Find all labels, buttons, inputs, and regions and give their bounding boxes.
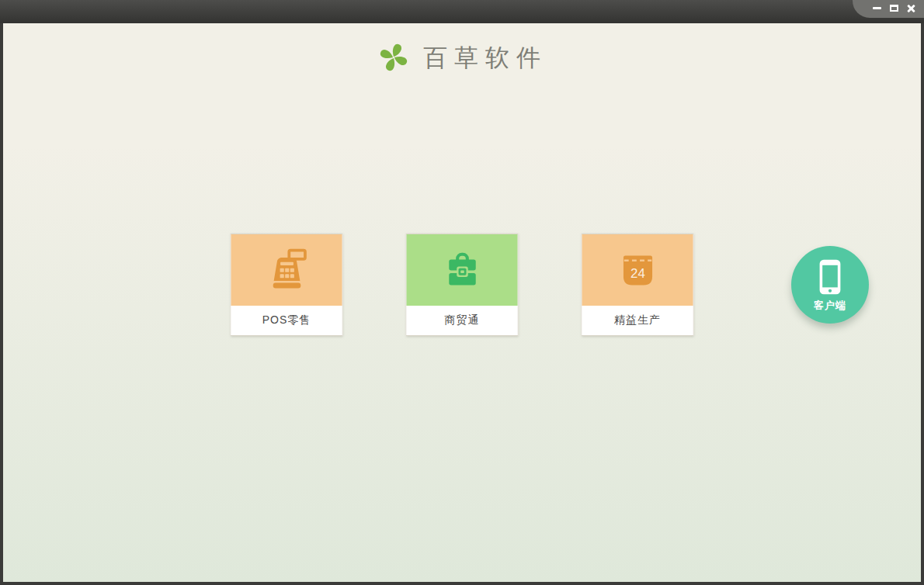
card-icon-area: [407, 234, 518, 306]
title-bar: [0, 0, 924, 23]
card-label: POS零售: [231, 306, 342, 335]
calendar-day: 24: [630, 266, 645, 281]
window-controls: [853, 0, 924, 18]
app-header: 百草软件: [3, 23, 921, 74]
app-title: 百草软件: [423, 46, 547, 70]
card-icon-area: [231, 234, 342, 306]
card-lean-production[interactable]: 24 精益生产: [582, 234, 694, 336]
card-trade[interactable]: 商贸通: [406, 234, 519, 336]
calendar-icon: 24: [617, 249, 658, 291]
maximize-icon: [890, 5, 898, 12]
close-button[interactable]: [904, 2, 918, 15]
minimize-button[interactable]: [870, 2, 884, 15]
product-cards: POS零售 商贸通 24: [231, 234, 694, 336]
cash-register-icon: [263, 247, 310, 293]
pinwheel-icon: [377, 40, 411, 74]
smartphone-icon: [816, 258, 844, 296]
card-label: 商贸通: [407, 306, 518, 335]
close-icon: [906, 4, 915, 13]
briefcase-icon: [439, 248, 485, 292]
card-icon-area: 24: [582, 234, 693, 306]
client-button[interactable]: 客户端: [791, 246, 869, 324]
card-pos-retail[interactable]: POS零售: [231, 234, 343, 336]
main-content: 百草软件 POS零售: [3, 23, 921, 582]
card-label: 精益生产: [582, 306, 693, 335]
client-button-label: 客户端: [814, 299, 846, 313]
maximize-button[interactable]: [887, 2, 901, 15]
minimize-icon: [873, 7, 881, 9]
